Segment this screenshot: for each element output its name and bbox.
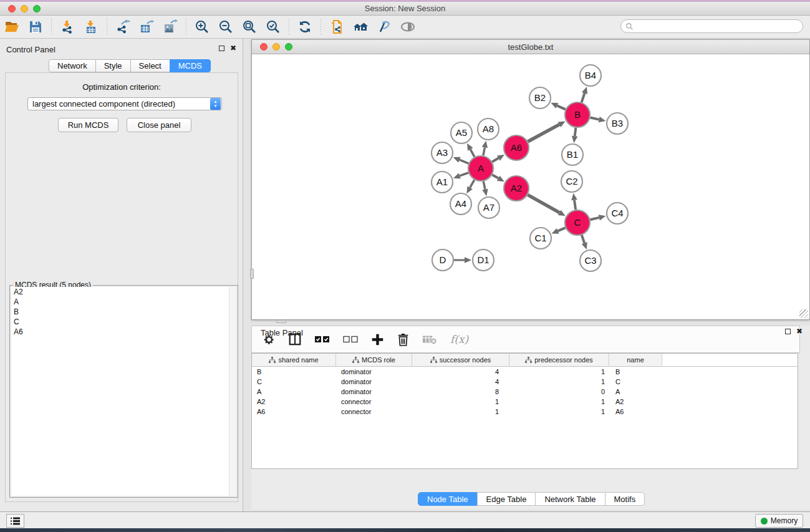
home-icon [353, 19, 368, 34]
float-panel-icon[interactable] [219, 46, 224, 51]
arrowhead-icon [453, 173, 461, 178]
edge-A-A2[interactable] [492, 175, 498, 178]
save-session-button[interactable] [24, 17, 47, 36]
show-hide-button[interactable] [396, 17, 420, 36]
table-row[interactable]: Cdominator41C [252, 377, 798, 387]
edge-B-B1[interactable] [575, 128, 576, 136]
node-label-C4: C4 [611, 208, 623, 218]
refresh-layout-button[interactable] [293, 17, 317, 36]
unselect-all-columns-button[interactable] [343, 336, 358, 343]
tab-style[interactable]: Style [95, 59, 131, 72]
float-table-panel-icon[interactable] [785, 329, 791, 334]
tab-node-table[interactable]: Node Table [418, 492, 478, 506]
zoom-out-button[interactable] [214, 17, 238, 36]
zoom-in-button[interactable] [190, 17, 214, 36]
import-table-button[interactable] [79, 17, 103, 36]
table-cell: 1 [509, 378, 609, 385]
edge-A-A7[interactable] [483, 181, 485, 190]
task-history-button[interactable] [6, 514, 24, 528]
zoom-fit-button[interactable] [238, 17, 261, 36]
function-builder-button[interactable]: f(x) [450, 333, 468, 346]
status-bar: Memory [0, 511, 810, 528]
table-toolbar: f(x) [251, 326, 800, 353]
edge-C-C4[interactable] [590, 218, 599, 220]
node-label-A1: A1 [436, 177, 448, 187]
arrowhead-icon [482, 141, 488, 148]
edge-A-A8[interactable] [483, 147, 485, 155]
table-row[interactable]: A6connector11A6 [252, 407, 798, 417]
edge-A6-B[interactable] [528, 125, 559, 142]
result-item[interactable]: A2 [11, 287, 229, 297]
hide-graphics-button[interactable] [372, 17, 396, 36]
edge-A-A1[interactable] [460, 173, 468, 176]
select-all-columns-button[interactable] [315, 336, 330, 343]
column-header-shared-name[interactable]: shared name [252, 354, 336, 366]
edge-A-A3[interactable] [460, 160, 469, 163]
network-window-titlebar[interactable]: testGlobe.txt [252, 40, 809, 54]
delete-table-icon [422, 334, 437, 345]
zoom-fit-icon [242, 19, 257, 34]
search-input[interactable] [634, 21, 803, 32]
window-edge-grip[interactable] [250, 269, 254, 279]
tab-mcds[interactable]: MCDS [170, 59, 211, 72]
column-header-name[interactable]: name [609, 354, 662, 366]
edge-C-C1[interactable] [558, 228, 566, 231]
result-item[interactable]: A6 [11, 327, 229, 337]
edge-C-C2[interactable] [574, 200, 576, 210]
home-button[interactable] [349, 17, 372, 36]
table-cell: A [252, 388, 336, 395]
criterion-label: Optimization criterion: [6, 82, 238, 92]
import-network-button[interactable] [55, 17, 79, 36]
close-panel-icon[interactable]: ✖ [230, 45, 236, 51]
toolbar-separator [321, 19, 321, 35]
edge-A-A6[interactable] [492, 158, 498, 162]
run-mcds-button[interactable]: Run MCDS [58, 118, 118, 132]
trash-icon [397, 333, 409, 346]
memory-button[interactable]: Memory [755, 514, 803, 528]
table-row[interactable]: A2connector11A2 [252, 397, 798, 407]
delete-columns-button[interactable] [397, 333, 409, 346]
resize-grip-icon[interactable] [799, 309, 808, 318]
window-bottom-grip[interactable] [276, 320, 286, 323]
criterion-select[interactable]: largest connected component (directed) ▲… [27, 97, 222, 110]
column-header-predecessor-nodes[interactable]: predecessor nodes [509, 354, 609, 366]
result-scrollbar[interactable] [229, 287, 236, 496]
edge-B-B4[interactable] [582, 93, 585, 102]
network-canvas[interactable]: AA6A2BCA1A3A4A5A7A8B1B2B3B4C1C2C3C4DD1 [252, 54, 809, 319]
create-column-button[interactable] [371, 333, 384, 346]
zoom-selected-button[interactable] [261, 17, 285, 36]
column-header-MCDS-role[interactable]: MCDS role [336, 354, 412, 366]
edge-A-A4[interactable] [470, 180, 475, 188]
table-row[interactable]: Adominator80A [252, 387, 798, 397]
edge-C-C3[interactable] [582, 235, 584, 243]
delete-table-button[interactable] [422, 334, 437, 345]
tab-select[interactable]: Select [130, 59, 170, 72]
table-cell: C [609, 378, 662, 385]
export-table-button[interactable] [135, 17, 158, 36]
edge-A-A5[interactable] [470, 149, 475, 157]
memory-status-icon [761, 518, 768, 525]
table-panel: Table Panel ✖ f(x) shared nameMCDS roles… [251, 326, 810, 510]
export-image-button[interactable] [158, 17, 182, 36]
table-row[interactable]: Bdominator41B [252, 367, 798, 377]
tab-network[interactable]: Network [49, 59, 96, 72]
tab-network-table[interactable]: Network Table [535, 492, 605, 506]
result-item[interactable]: A [11, 297, 229, 307]
close-panel-button[interactable]: Close panel [127, 118, 191, 132]
result-item[interactable]: C [11, 317, 229, 327]
export-network-button[interactable] [111, 17, 135, 36]
node-label-A: A [478, 163, 484, 173]
table-cell: 1 [509, 408, 609, 415]
open-file-button[interactable] [0, 17, 24, 36]
edge-B-B2[interactable] [557, 105, 565, 109]
close-table-panel-icon[interactable]: ✖ [796, 328, 803, 334]
tab-motifs[interactable]: Motifs [605, 492, 645, 506]
column-header-successor-nodes[interactable]: successor nodes [412, 354, 509, 366]
edge-A2-C[interactable] [528, 195, 559, 213]
tab-edge-table[interactable]: Edge Table [477, 492, 536, 506]
result-item[interactable]: B [11, 307, 229, 317]
table-header-row: shared nameMCDS rolesuccessor nodesprede… [252, 354, 798, 367]
edge-B-B3[interactable] [591, 117, 599, 119]
search-field[interactable] [620, 19, 803, 33]
network-from-file-button[interactable] [325, 17, 349, 36]
